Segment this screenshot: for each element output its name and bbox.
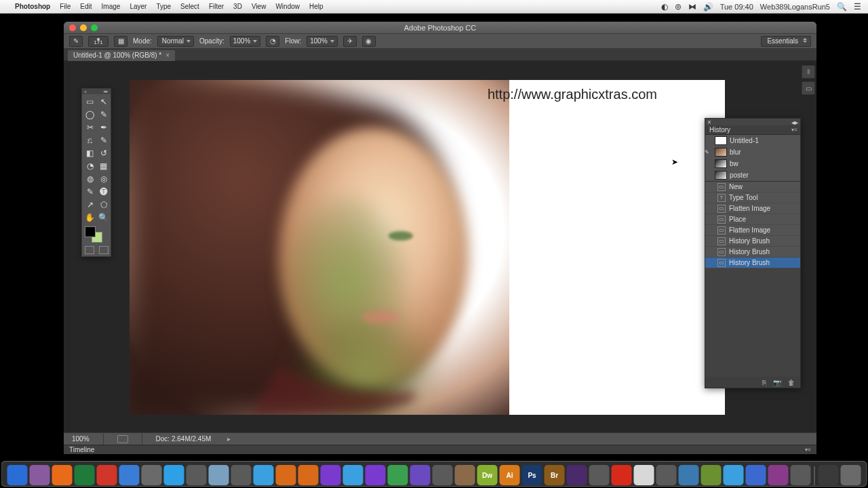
tool-5[interactable]: ✒ <box>97 121 110 134</box>
tool-16[interactable]: ↗ <box>83 199 96 211</box>
tool-15[interactable]: 🅣 <box>97 186 110 198</box>
menu-layer[interactable]: Layer <box>130 3 146 10</box>
status-icon[interactable]: ⊚ <box>675 2 682 12</box>
dock-app[interactable] <box>388 465 408 485</box>
dock-app[interactable] <box>343 465 363 485</box>
pressure-size-icon[interactable]: ◉ <box>362 36 376 47</box>
panel-collapse-icon[interactable]: ◂▸ <box>103 89 108 94</box>
dock-app[interactable] <box>164 465 184 485</box>
canvas[interactable]: http://www.graphicxtras.com <box>130 80 725 415</box>
zoom-level[interactable]: 100% <box>72 435 90 443</box>
dock-app[interactable] <box>30 465 50 485</box>
status-menu-icon[interactable]: ▸ <box>227 435 231 443</box>
menu-file[interactable]: File <box>60 3 71 10</box>
history-state[interactable]: ▭History Brush <box>705 258 800 268</box>
tool-12[interactable]: ◍ <box>83 173 96 185</box>
tool-2[interactable]: ◯ <box>83 108 96 121</box>
tool-14[interactable]: ✎ <box>83 186 96 198</box>
menu-type[interactable]: Type <box>156 3 171 10</box>
workspace-select[interactable]: Essentials <box>761 36 811 47</box>
dock-app[interactable] <box>701 465 722 485</box>
brush-preset[interactable]: 171 <box>88 36 108 47</box>
dock-app[interactable] <box>254 465 274 485</box>
dock-app[interactable] <box>321 465 341 485</box>
tool-11[interactable]: ▦ <box>97 160 110 172</box>
histogram-panel-icon[interactable]: ⫴ <box>802 65 815 79</box>
menu-edit[interactable]: Edit <box>80 3 92 10</box>
tool-10[interactable]: ◔ <box>83 160 96 172</box>
timeline-panel[interactable]: Timeline ▾≡ <box>64 445 816 454</box>
menu-filter[interactable]: Filter <box>209 3 224 10</box>
dock-app[interactable] <box>209 465 229 485</box>
flow-input[interactable]: 100% <box>307 36 338 47</box>
dock-app[interactable] <box>818 465 839 485</box>
dock-app[interactable] <box>410 465 431 485</box>
new-snapshot-icon[interactable]: 📷 <box>773 379 781 386</box>
panel-close-icon[interactable]: × <box>707 119 711 126</box>
brush-panel-icon[interactable]: ▦ <box>114 36 127 47</box>
tool-13[interactable]: ◎ <box>97 173 110 185</box>
dock-app[interactable]: Br <box>545 465 565 485</box>
panel-close-icon[interactable]: × <box>84 89 87 94</box>
dock-app[interactable] <box>119 465 140 485</box>
menu-view[interactable]: View <box>252 3 267 10</box>
doc-size[interactable]: Doc: 2.64M/2.45M <box>156 435 212 443</box>
document-tab[interactable]: Untitled-1 @ 100% (RGB/8) * × <box>68 50 175 61</box>
dock-app[interactable] <box>186 465 207 485</box>
history-state[interactable]: ▭Place <box>705 214 800 225</box>
history-snapshot[interactable]: blur <box>705 146 800 158</box>
history-state[interactable]: ▭History Brush <box>705 236 800 247</box>
airbrush-icon[interactable]: ✈ <box>343 36 357 47</box>
delete-state-icon[interactable]: 🗑 <box>788 379 795 386</box>
dock-app[interactable]: Ps <box>522 465 542 485</box>
dock-app[interactable]: Dw <box>477 465 498 485</box>
opacity-input[interactable]: 100% <box>230 36 261 47</box>
dock-app[interactable] <box>366 465 386 485</box>
dock-app[interactable] <box>142 465 162 485</box>
tool-0[interactable]: ▭ <box>83 96 96 108</box>
menu-image[interactable]: Image <box>102 3 121 10</box>
history-snapshot[interactable]: bw <box>705 158 800 169</box>
dock-app[interactable] <box>567 465 587 485</box>
tool-17[interactable]: ⬠ <box>97 199 110 211</box>
dock-app[interactable] <box>298 465 319 485</box>
history-state[interactable]: ▭History Brush <box>705 247 800 258</box>
volume-icon[interactable]: 🔊 <box>703 2 713 12</box>
dock-app[interactable] <box>97 465 117 485</box>
panel-collapse-icon[interactable]: ◂▸ <box>791 119 798 126</box>
dock-app[interactable] <box>455 465 475 485</box>
menu-window[interactable]: Window <box>275 3 300 10</box>
dock-app[interactable] <box>791 465 811 485</box>
close-tab-icon[interactable]: × <box>165 52 170 59</box>
menu-select[interactable]: Select <box>180 3 199 10</box>
window-titlebar[interactable]: Adobe Photoshop CC <box>64 22 816 34</box>
panel-menu-icon[interactable]: ▾≡ <box>791 127 797 133</box>
tool-18[interactable]: ✋ <box>83 211 96 224</box>
status-icon[interactable]: ◐ <box>661 2 668 12</box>
new-document-from-state-icon[interactable]: ⎘ <box>762 379 766 386</box>
tool-9[interactable]: ↺ <box>97 147 110 159</box>
dock-app[interactable] <box>52 465 73 485</box>
menu-help[interactable]: Help <box>309 3 323 10</box>
navigator-panel-icon[interactable]: ▭ <box>802 81 815 95</box>
dock-app[interactable]: Ai <box>500 465 520 485</box>
notification-center-icon[interactable]: ☰ <box>854 2 861 12</box>
panel-menu-icon[interactable]: ▾≡ <box>805 447 811 453</box>
history-state[interactable]: TType Tool <box>705 192 800 203</box>
dock-app[interactable] <box>231 465 252 485</box>
tool-1[interactable]: ↖ <box>97 96 110 108</box>
tool-7[interactable]: ✎ <box>97 134 110 146</box>
foreground-color[interactable] <box>85 226 96 237</box>
app-name[interactable]: Photoshop <box>15 3 50 10</box>
history-snapshot[interactable]: Untitled-1 <box>705 135 800 146</box>
clock[interactable]: Tue 09:40 <box>720 3 753 11</box>
dock-app[interactable] <box>656 465 677 485</box>
screenmode-icon[interactable] <box>99 246 108 254</box>
color-swatches[interactable] <box>82 225 111 244</box>
dock-app[interactable] <box>589 465 610 485</box>
history-state[interactable]: ▭Flatten Image <box>705 225 800 236</box>
dock-app[interactable] <box>276 465 296 485</box>
menu-3d[interactable]: 3D <box>233 3 242 10</box>
tool-3[interactable]: ✎ <box>97 108 110 121</box>
dock-app[interactable] <box>433 465 453 485</box>
